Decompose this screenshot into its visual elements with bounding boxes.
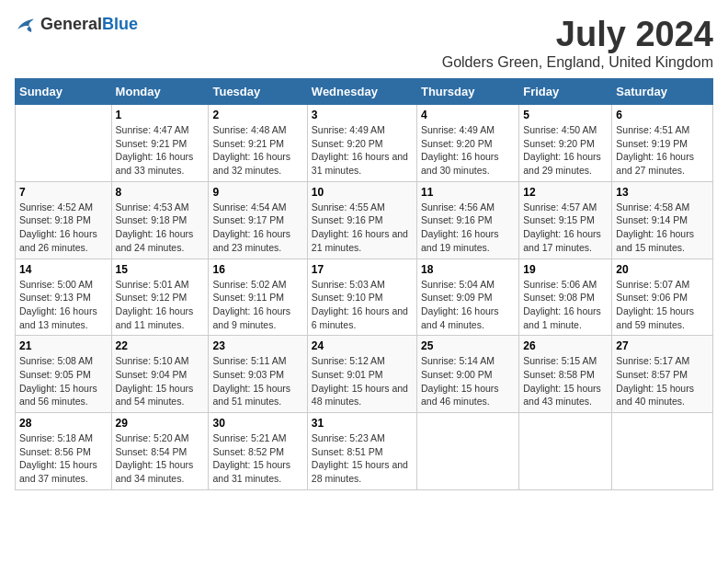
calendar-cell: 7Sunrise: 4:52 AMSunset: 9:18 PMDaylight… xyxy=(16,181,112,259)
day-info: Sunrise: 4:48 AMSunset: 9:21 PMDaylight:… xyxy=(212,123,302,178)
calendar-cell: 1Sunrise: 4:47 AMSunset: 9:21 PMDaylight… xyxy=(111,105,209,182)
day-info: Sunrise: 4:54 AMSunset: 9:17 PMDaylight:… xyxy=(212,201,302,255)
day-number: 10 xyxy=(312,186,413,199)
day-number: 28 xyxy=(19,417,108,430)
day-number: 9 xyxy=(212,186,302,199)
day-number: 6 xyxy=(616,109,709,121)
day-info: Sunrise: 5:02 AMSunset: 9:11 PMDaylight:… xyxy=(212,278,302,332)
weekday-header-sunday: Sunday xyxy=(16,79,112,105)
day-number: 11 xyxy=(421,186,515,199)
day-number: 13 xyxy=(616,186,709,199)
calendar-cell: 5Sunrise: 4:50 AMSunset: 9:20 PMDaylight… xyxy=(519,105,612,182)
calendar-table: SundayMondayTuesdayWednesdayThursdayFrid… xyxy=(15,78,713,490)
day-info: Sunrise: 4:57 AMSunset: 9:15 PMDaylight:… xyxy=(523,201,608,255)
day-info: Sunrise: 5:01 AMSunset: 9:12 PMDaylight:… xyxy=(116,278,205,332)
day-number: 29 xyxy=(116,417,205,430)
day-info: Sunrise: 4:50 AMSunset: 9:20 PMDaylight:… xyxy=(523,123,608,178)
day-info: Sunrise: 5:21 AMSunset: 8:52 PMDaylight:… xyxy=(212,431,302,486)
calendar-cell: 9Sunrise: 4:54 AMSunset: 9:17 PMDaylight… xyxy=(209,181,307,259)
day-info: Sunrise: 5:07 AMSunset: 9:06 PMDaylight:… xyxy=(616,278,709,332)
weekday-header-wednesday: Wednesday xyxy=(307,79,416,105)
calendar-cell: 28Sunrise: 5:18 AMSunset: 8:56 PMDayligh… xyxy=(16,413,112,490)
weekday-header-friday: Friday xyxy=(519,79,612,105)
weekday-header-row: SundayMondayTuesdayWednesdayThursdayFrid… xyxy=(16,79,713,105)
day-info: Sunrise: 4:56 AMSunset: 9:16 PMDaylight:… xyxy=(421,201,515,255)
day-info: Sunrise: 5:04 AMSunset: 9:09 PMDaylight:… xyxy=(421,278,515,332)
calendar-cell: 10Sunrise: 4:55 AMSunset: 9:16 PMDayligh… xyxy=(307,181,416,259)
logo: GeneralBlue xyxy=(15,15,138,34)
calendar-cell: 23Sunrise: 5:11 AMSunset: 9:03 PMDayligh… xyxy=(209,336,307,413)
header: GeneralBlue July 2024 Golders Green, Eng… xyxy=(15,15,713,71)
calendar-cell: 21Sunrise: 5:08 AMSunset: 9:05 PMDayligh… xyxy=(16,336,112,413)
day-number: 26 xyxy=(523,339,608,352)
calendar-cell: 15Sunrise: 5:01 AMSunset: 9:12 PMDayligh… xyxy=(111,259,209,336)
calendar-cell: 30Sunrise: 5:21 AMSunset: 8:52 PMDayligh… xyxy=(209,413,307,490)
day-info: Sunrise: 4:55 AMSunset: 9:16 PMDaylight:… xyxy=(312,201,413,255)
calendar-cell: 12Sunrise: 4:57 AMSunset: 9:15 PMDayligh… xyxy=(519,181,612,259)
calendar-week-row: 1Sunrise: 4:47 AMSunset: 9:21 PMDaylight… xyxy=(16,105,713,182)
weekday-header-monday: Monday xyxy=(111,79,209,105)
calendar-cell: 2Sunrise: 4:48 AMSunset: 9:21 PMDaylight… xyxy=(209,105,307,182)
calendar-cell: 27Sunrise: 5:17 AMSunset: 8:57 PMDayligh… xyxy=(612,336,713,413)
calendar-week-row: 14Sunrise: 5:00 AMSunset: 9:13 PMDayligh… xyxy=(16,259,713,336)
day-info: Sunrise: 5:11 AMSunset: 9:03 PMDaylight:… xyxy=(212,354,302,408)
calendar-cell: 24Sunrise: 5:12 AMSunset: 9:01 PMDayligh… xyxy=(307,336,416,413)
day-number: 21 xyxy=(19,339,108,352)
day-info: Sunrise: 4:49 AMSunset: 9:20 PMDaylight:… xyxy=(421,123,515,178)
calendar-cell: 31Sunrise: 5:23 AMSunset: 8:51 PMDayligh… xyxy=(307,413,416,490)
weekday-header-saturday: Saturday xyxy=(612,79,713,105)
title-area: July 2024 Golders Green, England, United… xyxy=(442,15,713,71)
calendar-cell: 4Sunrise: 4:49 AMSunset: 9:20 PMDaylight… xyxy=(416,105,518,182)
calendar-week-row: 28Sunrise: 5:18 AMSunset: 8:56 PMDayligh… xyxy=(16,413,713,490)
day-number: 15 xyxy=(116,263,205,276)
main-title: July 2024 xyxy=(442,15,713,54)
day-info: Sunrise: 4:49 AMSunset: 9:20 PMDaylight:… xyxy=(312,123,413,178)
calendar-week-row: 21Sunrise: 5:08 AMSunset: 9:05 PMDayligh… xyxy=(16,336,713,413)
day-info: Sunrise: 5:14 AMSunset: 9:00 PMDaylight:… xyxy=(421,354,515,408)
calendar-cell xyxy=(416,413,518,490)
day-info: Sunrise: 5:06 AMSunset: 9:08 PMDaylight:… xyxy=(523,278,608,332)
calendar-cell xyxy=(519,413,612,490)
calendar-cell: 13Sunrise: 4:58 AMSunset: 9:14 PMDayligh… xyxy=(612,181,713,259)
day-info: Sunrise: 5:03 AMSunset: 9:10 PMDaylight:… xyxy=(312,278,413,332)
day-number: 7 xyxy=(19,186,108,199)
day-number: 22 xyxy=(116,339,205,352)
weekday-header-thursday: Thursday xyxy=(416,79,518,105)
day-info: Sunrise: 5:12 AMSunset: 9:01 PMDaylight:… xyxy=(312,354,413,408)
day-number: 19 xyxy=(523,263,608,276)
calendar-cell: 18Sunrise: 5:04 AMSunset: 9:09 PMDayligh… xyxy=(416,259,518,336)
day-number: 20 xyxy=(616,263,709,276)
calendar-cell: 19Sunrise: 5:06 AMSunset: 9:08 PMDayligh… xyxy=(519,259,612,336)
day-number: 1 xyxy=(116,109,205,121)
day-number: 4 xyxy=(421,109,515,121)
day-number: 16 xyxy=(212,263,302,276)
logo-bird-icon xyxy=(15,16,37,34)
day-info: Sunrise: 5:17 AMSunset: 8:57 PMDaylight:… xyxy=(616,354,709,408)
calendar-cell: 22Sunrise: 5:10 AMSunset: 9:04 PMDayligh… xyxy=(111,336,209,413)
day-info: Sunrise: 5:18 AMSunset: 8:56 PMDaylight:… xyxy=(19,431,108,486)
day-number: 5 xyxy=(523,109,608,121)
calendar-cell: 29Sunrise: 5:20 AMSunset: 8:54 PMDayligh… xyxy=(111,413,209,490)
calendar-cell: 11Sunrise: 4:56 AMSunset: 9:16 PMDayligh… xyxy=(416,181,518,259)
calendar-cell xyxy=(16,105,112,182)
day-info: Sunrise: 5:10 AMSunset: 9:04 PMDaylight:… xyxy=(116,354,205,408)
calendar-cell: 17Sunrise: 5:03 AMSunset: 9:10 PMDayligh… xyxy=(307,259,416,336)
calendar-cell: 8Sunrise: 4:53 AMSunset: 9:18 PMDaylight… xyxy=(111,181,209,259)
calendar-cell: 6Sunrise: 4:51 AMSunset: 9:19 PMDaylight… xyxy=(612,105,713,182)
calendar-cell: 14Sunrise: 5:00 AMSunset: 9:13 PMDayligh… xyxy=(16,259,112,336)
day-number: 2 xyxy=(212,109,302,121)
day-number: 23 xyxy=(212,339,302,352)
logo-text-blue: Blue xyxy=(102,15,138,33)
day-number: 18 xyxy=(421,263,515,276)
subtitle: Golders Green, England, United Kingdom xyxy=(442,54,713,71)
calendar-cell xyxy=(612,413,713,490)
day-info: Sunrise: 4:51 AMSunset: 9:19 PMDaylight:… xyxy=(616,123,709,178)
day-number: 8 xyxy=(116,186,205,199)
day-info: Sunrise: 4:52 AMSunset: 9:18 PMDaylight:… xyxy=(19,201,108,255)
day-number: 24 xyxy=(312,339,413,352)
day-number: 27 xyxy=(616,339,709,352)
calendar-cell: 26Sunrise: 5:15 AMSunset: 8:58 PMDayligh… xyxy=(519,336,612,413)
logo-text-general: General xyxy=(40,15,102,33)
calendar-cell: 25Sunrise: 5:14 AMSunset: 9:00 PMDayligh… xyxy=(416,336,518,413)
calendar-week-row: 7Sunrise: 4:52 AMSunset: 9:18 PMDaylight… xyxy=(16,181,713,259)
